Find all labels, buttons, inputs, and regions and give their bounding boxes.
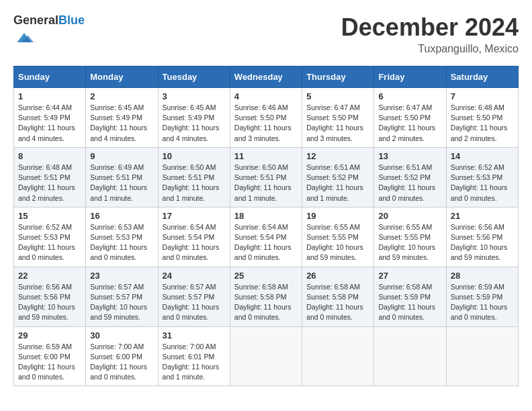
day-info: Sunrise: 6:54 AM Sunset: 5:54 PM Dayligh…	[234, 222, 298, 263]
day-info: Sunrise: 6:50 AM Sunset: 5:51 PM Dayligh…	[234, 163, 298, 203]
header-row: Sunday Monday Tuesday Wednesday Thursday…	[14, 66, 519, 88]
col-tuesday: Tuesday	[158, 66, 230, 88]
day-number: 3	[163, 91, 226, 101]
col-thursday: Thursday	[302, 66, 374, 88]
day-number: 17	[163, 211, 226, 221]
day-number: 27	[378, 271, 441, 281]
day-info: Sunrise: 7:00 AM Sunset: 6:01 PM Dayligh…	[163, 342, 226, 383]
day-number: 20	[378, 211, 441, 221]
table-row: 9Sunrise: 6:49 AM Sunset: 5:51 PM Daylig…	[86, 147, 158, 207]
day-info: Sunrise: 6:48 AM Sunset: 5:50 PM Dayligh…	[451, 103, 514, 144]
table-row: 28Sunrise: 6:59 AM Sunset: 5:59 PM Dayli…	[446, 267, 518, 326]
location-text: Tuxpanguillo, Mexico	[341, 43, 519, 55]
day-info: Sunrise: 6:45 AM Sunset: 5:49 PM Dayligh…	[90, 103, 153, 144]
day-info: Sunrise: 6:56 AM Sunset: 5:56 PM Dayligh…	[18, 282, 81, 323]
day-number: 18	[234, 211, 298, 221]
table-row: 12Sunrise: 6:51 AM Sunset: 5:52 PM Dayli…	[302, 147, 374, 207]
day-info: Sunrise: 6:47 AM Sunset: 5:50 PM Dayligh…	[378, 103, 441, 144]
day-info: Sunrise: 6:51 AM Sunset: 5:52 PM Dayligh…	[378, 163, 441, 203]
day-info: Sunrise: 6:45 AM Sunset: 5:49 PM Dayligh…	[163, 103, 226, 144]
day-info: Sunrise: 6:59 AM Sunset: 6:00 PM Dayligh…	[18, 342, 81, 383]
day-info: Sunrise: 6:55 AM Sunset: 5:55 PM Dayligh…	[378, 222, 441, 263]
day-number: 8	[18, 151, 81, 161]
table-row: 29Sunrise: 6:59 AM Sunset: 6:00 PM Dayli…	[14, 326, 86, 386]
day-info: Sunrise: 6:48 AM Sunset: 5:51 PM Dayligh…	[18, 163, 81, 203]
day-info: Sunrise: 6:56 AM Sunset: 5:56 PM Dayligh…	[451, 222, 514, 263]
table-row: 7Sunrise: 6:48 AM Sunset: 5:50 PM Daylig…	[446, 88, 518, 148]
day-info: Sunrise: 6:58 AM Sunset: 5:58 PM Dayligh…	[306, 282, 369, 323]
month-title: December 2024	[341, 13, 519, 42]
table-row: 19Sunrise: 6:55 AM Sunset: 5:55 PM Dayli…	[302, 207, 374, 267]
table-row: 14Sunrise: 6:52 AM Sunset: 5:53 PM Dayli…	[446, 147, 518, 207]
day-info: Sunrise: 7:00 AM Sunset: 6:00 PM Dayligh…	[90, 342, 153, 383]
day-info: Sunrise: 6:52 AM Sunset: 5:53 PM Dayligh…	[451, 163, 514, 203]
day-number: 2	[90, 91, 153, 101]
table-row	[446, 326, 518, 386]
table-row: 25Sunrise: 6:58 AM Sunset: 5:58 PM Dayli…	[230, 267, 302, 326]
table-row: 17Sunrise: 6:54 AM Sunset: 5:54 PM Dayli…	[158, 207, 230, 267]
col-friday: Friday	[374, 66, 446, 88]
day-number: 6	[378, 91, 441, 101]
page-header: GeneralBlue December 2024 Tuxpanguillo, …	[13, 13, 519, 55]
day-number: 12	[306, 151, 369, 161]
logo-general-text: General	[13, 13, 58, 27]
day-info: Sunrise: 6:44 AM Sunset: 5:49 PM Dayligh…	[18, 103, 81, 144]
table-row	[302, 326, 374, 386]
table-row: 3Sunrise: 6:45 AM Sunset: 5:49 PM Daylig…	[158, 88, 230, 148]
day-number: 11	[234, 151, 298, 161]
day-info: Sunrise: 6:57 AM Sunset: 5:57 PM Dayligh…	[90, 282, 153, 323]
day-number: 22	[18, 271, 81, 281]
day-number: 31	[163, 330, 226, 340]
day-number: 5	[306, 91, 369, 101]
logo-icon	[15, 28, 34, 47]
day-info: Sunrise: 6:54 AM Sunset: 5:54 PM Dayligh…	[163, 222, 226, 263]
day-number: 30	[90, 330, 153, 340]
day-number: 7	[451, 91, 514, 101]
calendar-row: 1Sunrise: 6:44 AM Sunset: 5:49 PM Daylig…	[14, 88, 519, 148]
day-info: Sunrise: 6:46 AM Sunset: 5:50 PM Dayligh…	[234, 103, 298, 144]
day-info: Sunrise: 6:55 AM Sunset: 5:55 PM Dayligh…	[306, 222, 369, 263]
table-row: 18Sunrise: 6:54 AM Sunset: 5:54 PM Dayli…	[230, 207, 302, 267]
day-number: 21	[451, 211, 514, 221]
table-row: 22Sunrise: 6:56 AM Sunset: 5:56 PM Dayli…	[14, 267, 86, 326]
calendar-row: 22Sunrise: 6:56 AM Sunset: 5:56 PM Dayli…	[14, 267, 519, 326]
day-number: 25	[234, 271, 298, 281]
day-info: Sunrise: 6:51 AM Sunset: 5:52 PM Dayligh…	[306, 163, 369, 203]
calendar-row: 29Sunrise: 6:59 AM Sunset: 6:00 PM Dayli…	[14, 326, 519, 386]
day-info: Sunrise: 6:57 AM Sunset: 5:57 PM Dayligh…	[163, 282, 226, 323]
day-number: 14	[451, 151, 514, 161]
table-row: 2Sunrise: 6:45 AM Sunset: 5:49 PM Daylig…	[86, 88, 158, 148]
calendar-row: 15Sunrise: 6:52 AM Sunset: 5:53 PM Dayli…	[14, 207, 519, 267]
day-info: Sunrise: 6:49 AM Sunset: 5:51 PM Dayligh…	[90, 163, 153, 203]
col-monday: Monday	[86, 66, 158, 88]
day-number: 26	[306, 271, 369, 281]
day-info: Sunrise: 6:59 AM Sunset: 5:59 PM Dayligh…	[451, 282, 514, 323]
table-row: 4Sunrise: 6:46 AM Sunset: 5:50 PM Daylig…	[230, 88, 302, 148]
table-row: 10Sunrise: 6:50 AM Sunset: 5:51 PM Dayli…	[158, 147, 230, 207]
table-row	[374, 326, 446, 386]
day-number: 28	[451, 271, 514, 281]
table-row: 5Sunrise: 6:47 AM Sunset: 5:50 PM Daylig…	[302, 88, 374, 148]
col-wednesday: Wednesday	[230, 66, 302, 88]
day-number: 9	[90, 151, 153, 161]
table-row: 24Sunrise: 6:57 AM Sunset: 5:57 PM Dayli…	[158, 267, 230, 326]
col-sunday: Sunday	[14, 66, 86, 88]
table-row: 13Sunrise: 6:51 AM Sunset: 5:52 PM Dayli…	[374, 147, 446, 207]
day-info: Sunrise: 6:58 AM Sunset: 5:58 PM Dayligh…	[234, 282, 298, 323]
table-row: 11Sunrise: 6:50 AM Sunset: 5:51 PM Dayli…	[230, 147, 302, 207]
day-info: Sunrise: 6:53 AM Sunset: 5:53 PM Dayligh…	[90, 222, 153, 263]
day-info: Sunrise: 6:52 AM Sunset: 5:53 PM Dayligh…	[18, 222, 81, 263]
table-row: 8Sunrise: 6:48 AM Sunset: 5:51 PM Daylig…	[14, 147, 86, 207]
title-section: December 2024 Tuxpanguillo, Mexico	[341, 13, 519, 55]
day-number: 1	[18, 91, 81, 101]
logo: GeneralBlue	[13, 13, 85, 50]
table-row: 1Sunrise: 6:44 AM Sunset: 5:49 PM Daylig…	[14, 88, 86, 148]
day-number: 10	[163, 151, 226, 161]
table-row: 21Sunrise: 6:56 AM Sunset: 5:56 PM Dayli…	[446, 207, 518, 267]
day-number: 13	[378, 151, 441, 161]
table-row: 20Sunrise: 6:55 AM Sunset: 5:55 PM Dayli…	[374, 207, 446, 267]
table-row: 6Sunrise: 6:47 AM Sunset: 5:50 PM Daylig…	[374, 88, 446, 148]
day-number: 29	[18, 330, 81, 340]
col-saturday: Saturday	[446, 66, 518, 88]
table-row: 26Sunrise: 6:58 AM Sunset: 5:58 PM Dayli…	[302, 267, 374, 326]
